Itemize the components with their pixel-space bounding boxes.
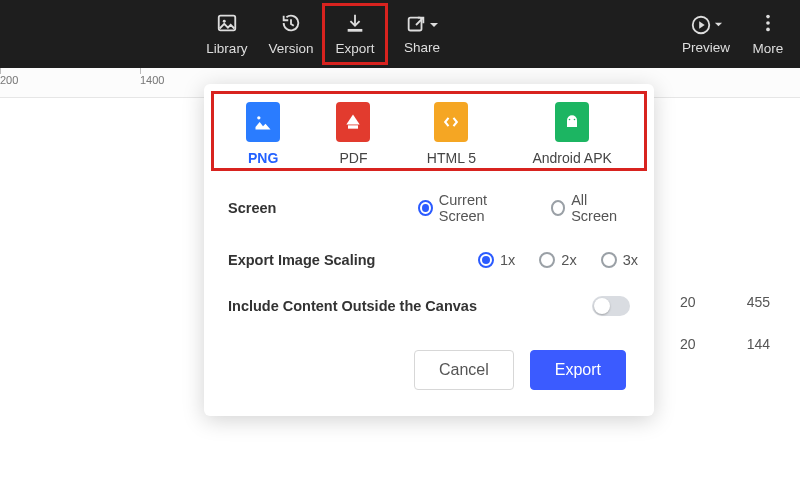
svg-point-9 bbox=[569, 119, 571, 121]
more-button[interactable]: More bbox=[744, 4, 792, 64]
ruler-tick: 200 bbox=[0, 74, 18, 86]
format-apk[interactable]: Android APK bbox=[532, 102, 611, 166]
export-confirm-button[interactable]: Export bbox=[530, 350, 626, 390]
png-icon bbox=[246, 102, 280, 142]
svg-point-7 bbox=[257, 116, 260, 119]
radio-label: 2x bbox=[561, 252, 576, 268]
properties-panel: 20 455 20 144 bbox=[670, 288, 800, 358]
svg-rect-8 bbox=[348, 125, 358, 128]
more-vertical-icon bbox=[757, 12, 779, 37]
property-row: 20 144 bbox=[670, 330, 800, 358]
download-icon bbox=[344, 12, 366, 37]
radio-current-screen[interactable]: Current Screen bbox=[418, 192, 527, 224]
android-icon bbox=[555, 102, 589, 142]
preview-button[interactable]: Preview bbox=[674, 4, 738, 64]
format-label: Android APK bbox=[532, 150, 611, 166]
library-label: Library bbox=[206, 41, 247, 56]
property-row: 20 455 bbox=[670, 288, 800, 316]
property-value: 144 bbox=[747, 336, 770, 352]
screen-option-row: Screen Current Screen All Screen bbox=[204, 178, 654, 238]
radio-label: Current Screen bbox=[439, 192, 527, 224]
export-label: Export bbox=[335, 41, 374, 56]
history-icon bbox=[280, 12, 302, 37]
scaling-option-row: Export Image Scaling 1x 2x 3x bbox=[204, 238, 654, 282]
format-png[interactable]: PNG bbox=[246, 102, 280, 166]
include-outside-row: Include Content Outside the Canvas bbox=[204, 282, 654, 330]
svg-point-6 bbox=[766, 28, 770, 32]
share-label: Share bbox=[404, 40, 440, 55]
export-button[interactable]: Export bbox=[323, 4, 387, 64]
dialog-actions: Cancel Export bbox=[204, 330, 654, 396]
share-icon bbox=[405, 14, 439, 36]
property-value: 20 bbox=[680, 336, 696, 352]
radio-icon bbox=[418, 200, 433, 216]
radio-label: 1x bbox=[500, 252, 515, 268]
play-icon bbox=[690, 14, 723, 36]
property-value: 455 bbox=[747, 294, 770, 310]
pdf-icon bbox=[336, 102, 370, 142]
radio-2x[interactable]: 2x bbox=[539, 252, 576, 268]
format-pdf[interactable]: PDF bbox=[336, 102, 370, 166]
radio-icon bbox=[478, 252, 494, 268]
export-dialog: PNG PDF HTML 5 Android APK Screen Curren… bbox=[204, 84, 654, 416]
version-label: Version bbox=[268, 41, 313, 56]
svg-point-10 bbox=[574, 119, 576, 121]
image-icon bbox=[216, 12, 238, 37]
more-label: More bbox=[753, 41, 784, 56]
radio-all-screen[interactable]: All Screen bbox=[551, 192, 630, 224]
svg-point-1 bbox=[223, 20, 226, 23]
format-label: PDF bbox=[339, 150, 367, 166]
top-toolbar: Library Version Export Share Preview Mor… bbox=[0, 0, 800, 68]
radio-1x[interactable]: 1x bbox=[478, 252, 515, 268]
radio-icon bbox=[551, 200, 566, 216]
property-value: 20 bbox=[680, 294, 696, 310]
include-outside-label: Include Content Outside the Canvas bbox=[228, 298, 592, 314]
format-label: HTML 5 bbox=[427, 150, 476, 166]
format-label: PNG bbox=[248, 150, 278, 166]
html5-icon bbox=[434, 102, 468, 142]
radio-icon bbox=[601, 252, 617, 268]
version-button[interactable]: Version bbox=[259, 4, 323, 64]
radio-icon bbox=[539, 252, 555, 268]
format-selector: PNG PDF HTML 5 Android APK bbox=[208, 88, 650, 174]
svg-rect-2 bbox=[409, 17, 422, 30]
cancel-button[interactable]: Cancel bbox=[414, 350, 514, 390]
include-outside-toggle[interactable] bbox=[592, 296, 630, 316]
radio-label: 3x bbox=[623, 252, 638, 268]
radio-3x[interactable]: 3x bbox=[601, 252, 638, 268]
library-button[interactable]: Library bbox=[195, 4, 259, 64]
scaling-label: Export Image Scaling bbox=[228, 252, 478, 268]
svg-point-5 bbox=[766, 21, 770, 25]
svg-point-4 bbox=[766, 15, 770, 19]
radio-label: All Screen bbox=[571, 192, 630, 224]
ruler-tick: 1400 bbox=[140, 74, 164, 86]
screen-label: Screen bbox=[228, 200, 418, 216]
share-button[interactable]: Share bbox=[387, 4, 457, 64]
preview-label: Preview bbox=[682, 40, 730, 55]
format-html5[interactable]: HTML 5 bbox=[427, 102, 476, 166]
